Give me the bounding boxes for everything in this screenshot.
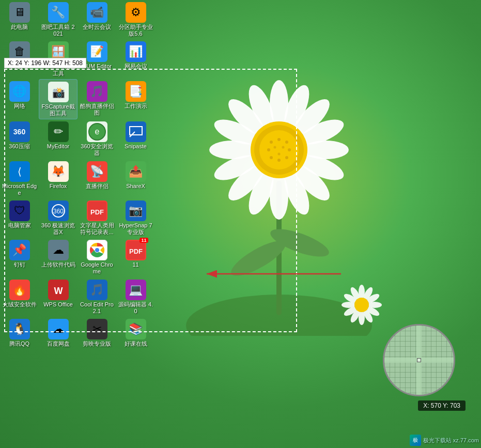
coord-tooltip: X: 24 Y: 196 W: 547 H: 508: [4, 58, 86, 68]
360zip-icon: 360: [9, 121, 30, 142]
svg-text:PDF: PDF: [129, 248, 143, 255]
photo-tools-icon: 🔧: [48, 2, 69, 23]
icon-360speed[interactable]: 360 360 极速浏览器X: [39, 198, 77, 238]
svg-point-46: [354, 298, 369, 312]
icon-snipaste[interactable]: Snipaste: [116, 119, 155, 152]
anytime-meeting-label: 全时云会议: [83, 24, 111, 30]
svg-text:📸: 📸: [52, 86, 65, 99]
cum-editor-label: CUM Editor: [82, 63, 112, 70]
svg-text:PDF: PDF: [90, 208, 104, 216]
360speed-label: 360 极速浏览器X: [40, 222, 76, 236]
myeditor-icon: ✏: [48, 121, 69, 142]
icon-sharex[interactable]: 📤 ShareX: [116, 159, 155, 192]
icon-network[interactable]: 🌐 网络: [0, 79, 39, 112]
shengdao-label: 酷狗直播伴侣图: [79, 103, 115, 116]
edge-label: Microsoft Edge: [2, 183, 38, 196]
icon-computer[interactable]: 🖥 此电脑: [0, 0, 39, 33]
myeditor-label: MyEditor: [47, 143, 69, 150]
wps-icon: W: [48, 280, 69, 300]
photo-tools-label: 图吧工具箱 2021: [40, 24, 76, 37]
cool-edit-label: Cool Edit Pro 2.1: [79, 301, 115, 315]
shengdao-icon: 🎵: [87, 81, 107, 102]
anytime-meeting-icon: 📹: [87, 2, 107, 23]
icon-google-chrome[interactable]: Google Chrome: [77, 238, 116, 277]
pc-manager-icon: 🛡: [9, 200, 30, 221]
icon-360zip[interactable]: 360 360压缩: [0, 119, 39, 152]
jianying-icon: ✂: [87, 319, 107, 339]
360browser-label: 360安全浏览器: [79, 143, 115, 157]
icon-row-4: 360 360压缩 ✏ MyEditor e 360安全浏览器 Snipaste: [0, 119, 165, 159]
computer-icon: 🖥: [9, 2, 30, 23]
haoke-label: 好课在线: [125, 341, 147, 347]
google-chrome-icon: [87, 240, 107, 260]
icon-myeditor[interactable]: ✏ MyEditor: [39, 119, 77, 152]
icon-baidu-pan[interactable]: ☁ 百度网盘: [39, 317, 77, 349]
icon-split-assist[interactable]: ⚙ 分区助手专业版5.6: [116, 0, 155, 39]
wps-label: WPS Office: [43, 301, 73, 308]
coordinate-display: X: 570 Y: 703: [418, 400, 466, 411]
pc-manager-label: 电脑管家: [8, 222, 31, 229]
icon-pdf11[interactable]: PDF 11 11: [116, 238, 155, 270]
icon-haoke[interactable]: 📚 好课在线: [116, 317, 155, 349]
pdf11-label: 11: [132, 261, 138, 268]
baidu-pan-icon: ☁: [48, 319, 69, 339]
icon-pc-manager[interactable]: 🛡 电脑管家: [0, 198, 39, 231]
pdf-tools-label: 文字星人类用符号记录表...: [79, 222, 115, 236]
source-editor-label: 源码编辑器 4.0: [118, 301, 154, 315]
snipaste-icon: [126, 121, 146, 142]
hypersnap-label: HyperSnap 7 专业版: [118, 222, 154, 236]
icon-row-8: 🔥 火绒安全软件 W WPS Office 🎵 Cool Edit Pro 2.…: [0, 277, 165, 317]
work-show-label: 工作演示: [125, 103, 147, 110]
watermark-logo: 极: [410, 435, 421, 446]
icon-photo-tools[interactable]: 🔧 图吧工具箱 2021: [39, 0, 77, 39]
jianying-label: 剪映专业版: [83, 341, 111, 347]
magnifier: [383, 324, 455, 396]
icon-edge[interactable]: ⟨ Microsoft Edge: [0, 159, 39, 198]
icon-anytime-meeting[interactable]: 📹 全时云会议: [77, 0, 116, 33]
svg-text:⟨: ⟨: [18, 166, 22, 177]
nail-icon: 📌: [9, 240, 30, 260]
icon-live[interactable]: 📡 直播伴侣: [77, 159, 116, 192]
network-label: 网络: [14, 103, 25, 110]
desktop-icons-container: 🖥 此电脑 🔧 图吧工具箱 2021 📹 全时云会议 ⚙ 分区助手专业版5.6 …: [0, 0, 165, 349]
icon-jianying[interactable]: ✂ 剪映专业版: [77, 317, 116, 349]
icon-fscapture[interactable]: 📸 FSCapture截图工具: [39, 79, 77, 119]
icon-row-6: 🛡 电脑管家 360 360 极速浏览器X PDF 文字星人类用符号记录表...…: [0, 198, 165, 238]
hypersnap-icon: 📷: [126, 200, 146, 221]
icon-upload-code[interactable]: ☁ 上传软件代码: [39, 238, 77, 270]
svg-point-29: [270, 156, 273, 159]
computer-label: 此电脑: [11, 24, 28, 30]
icon-row-7: 📌 钉钉 ☁ 上传软件代码 Google Chrome: [0, 238, 165, 277]
svg-point-31: [274, 146, 276, 149]
icon-360browser[interactable]: e 360安全浏览器: [77, 119, 116, 159]
icon-firefox[interactable]: 🦊 Firefox: [39, 159, 77, 192]
svg-point-23: [270, 141, 273, 144]
source-editor-icon: 💻: [126, 280, 146, 300]
pdf-tools-icon: PDF: [87, 200, 107, 221]
icon-wps[interactable]: W WPS Office: [39, 277, 77, 310]
upload-code-icon: ☁: [48, 240, 69, 260]
live-label: 直播伴侣: [86, 183, 108, 190]
firefox-label: Firefox: [50, 183, 67, 190]
firefox-icon: 🦊: [48, 161, 69, 182]
svg-text:e: e: [95, 127, 99, 136]
icon-row-9: 🐧 腾讯QQ ☁ 百度网盘 ✂ 剪映专业版 📚 好课在线: [0, 317, 165, 349]
icon-huoyan[interactable]: 🔥 火绒安全软件: [0, 277, 39, 310]
icon-wangyi[interactable]: 📊 网易会议: [116, 39, 155, 72]
svg-text:W: W: [54, 286, 63, 296]
pdf11-icon: PDF 11: [126, 240, 146, 260]
icon-pdf-tools[interactable]: PDF 文字星人类用符号记录表...: [77, 198, 116, 238]
icon-hypersnap[interactable]: 📷 HyperSnap 7 专业版: [116, 198, 155, 238]
work-show-icon: 📑: [126, 81, 146, 102]
huoyan-label: 火绒安全软件: [3, 301, 37, 308]
icon-nail[interactable]: 📌 钉钉: [0, 238, 39, 270]
icon-shengdao[interactable]: 🎵 酷狗直播伴侣图: [77, 79, 116, 118]
icon-row-3: 🌐 网络 📸 FSCapture截图工具 🎵 酷狗直播伴侣图 📑 工作演示: [0, 79, 165, 119]
arrow: [201, 264, 346, 284]
network-icon: 🌐: [9, 81, 30, 102]
icon-cool-edit[interactable]: 🎵 Cool Edit Pro 2.1: [77, 277, 116, 317]
icon-source-editor[interactable]: 💻 源码编辑器 4.0: [116, 277, 155, 317]
icon-work-show[interactable]: 📑 工作演示: [116, 79, 155, 112]
icon-qq[interactable]: 🐧 腾讯QQ: [0, 317, 39, 349]
svg-point-28: [277, 159, 281, 162]
